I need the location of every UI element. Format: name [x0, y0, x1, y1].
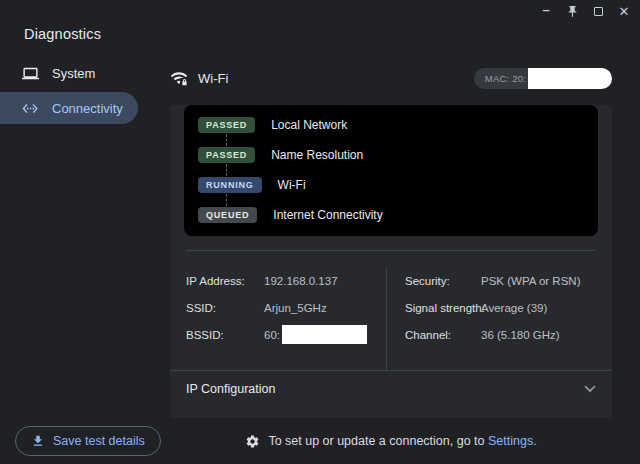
ip-configuration-label: IP Configuration: [186, 382, 275, 396]
detail-row: BSSID: 60:: [186, 321, 386, 348]
detail-label: Channel:: [405, 329, 481, 341]
status-badge: PASSED: [198, 147, 255, 163]
status-badge: PASSED: [198, 117, 255, 133]
laptop-icon: [22, 65, 39, 82]
close-icon: ✕: [619, 5, 630, 18]
detail-row: Signal strength: Average (39): [405, 294, 612, 321]
mac-address-redaction: [528, 68, 612, 89]
sidebar-item-connectivity[interactable]: Connectivity: [0, 92, 138, 124]
routine-status-panel: PASSED Local Network PASSED Name Resolut…: [184, 105, 598, 236]
routine-label: Internet Connectivity: [273, 208, 382, 222]
details-left-column: IP Address: 192.168.0.137 SSID: Arjun_5G…: [186, 267, 386, 370]
pin-icon: [566, 5, 579, 18]
routine-step: RUNNING Wi-Fi: [198, 177, 584, 193]
status-badge: QUEUED: [198, 207, 257, 223]
sidebar-item-system[interactable]: System: [0, 58, 160, 88]
detail-label: Security:: [405, 275, 481, 287]
page-title: Diagnostics: [24, 26, 101, 42]
connectivity-panel: Wi-Fi MAC: 20: PASSED Local Network PASS…: [170, 64, 612, 418]
gear-icon: [245, 434, 260, 449]
detail-value: Arjun_5GHz: [264, 302, 327, 314]
detail-value: Average (39): [481, 302, 547, 314]
detail-row: SSID: Arjun_5GHz: [186, 294, 386, 321]
detail-label: Signal strength:: [405, 302, 481, 314]
wifi-lock-icon: [170, 69, 188, 87]
detail-label: IP Address:: [186, 275, 264, 287]
mac-address-label: MAC: 20:: [485, 73, 526, 84]
minimize-icon: –: [542, 3, 549, 16]
chevron-down-icon: [584, 385, 596, 393]
detail-row: IP Address: 192.168.0.137: [186, 267, 386, 294]
detail-value: 192.168.0.137: [264, 275, 338, 287]
mac-address-badge: MAC: 20:: [474, 68, 612, 89]
close-button[interactable]: ✕: [616, 3, 632, 19]
hint-text: To set up or update a connection, go to …: [268, 434, 536, 448]
wifi-header: Wi-Fi MAC: 20:: [170, 64, 612, 92]
detail-value: 60:: [264, 325, 367, 344]
wifi-title: Wi-Fi: [198, 71, 228, 86]
step-connector: [226, 134, 584, 146]
settings-hint: To set up or update a connection, go to …: [170, 426, 612, 456]
bssid-redaction: [282, 325, 367, 344]
sidebar: System Connectivity: [0, 58, 160, 124]
step-connector: [226, 194, 584, 206]
wifi-card: PASSED Local Network PASSED Name Resolut…: [170, 105, 612, 418]
routine-label: Name Resolution: [271, 148, 363, 162]
save-button-label: Save test details: [53, 434, 145, 448]
routine-step: PASSED Name Resolution: [198, 147, 584, 163]
sidebar-item-label: Connectivity: [52, 101, 123, 116]
detail-label: BSSID:: [186, 329, 264, 341]
pin-button[interactable]: [564, 3, 580, 19]
ethernet-icon: [22, 100, 39, 117]
status-badge: RUNNING: [198, 177, 262, 193]
detail-row: Channel: 36 (5.180 GHz): [405, 321, 612, 348]
minimize-button[interactable]: –: [538, 3, 554, 19]
detail-value: PSK (WPA or RSN): [481, 275, 580, 287]
routine-label: Local Network: [271, 118, 347, 132]
step-connector: [226, 164, 584, 176]
routine-step: QUEUED Internet Connectivity: [198, 207, 584, 223]
sidebar-item-label: System: [52, 66, 95, 81]
window-controls: – ✕: [538, 2, 632, 20]
save-test-details-button[interactable]: Save test details: [15, 426, 161, 456]
ip-configuration-expander[interactable]: IP Configuration: [170, 371, 612, 407]
detail-row: Security: PSK (WPA or RSN): [405, 267, 612, 294]
network-details: IP Address: 192.168.0.137 SSID: Arjun_5G…: [170, 251, 612, 370]
routine-label: Wi-Fi: [278, 178, 306, 192]
download-icon: [31, 434, 45, 448]
routine-step: PASSED Local Network: [198, 117, 584, 133]
details-right-column: Security: PSK (WPA or RSN) Signal streng…: [386, 267, 612, 370]
detail-label: SSID:: [186, 302, 264, 314]
maximize-button[interactable]: [590, 3, 606, 19]
detail-value: 36 (5.180 GHz): [481, 329, 560, 341]
maximize-icon: [594, 7, 603, 16]
settings-link[interactable]: Settings.: [488, 434, 537, 448]
